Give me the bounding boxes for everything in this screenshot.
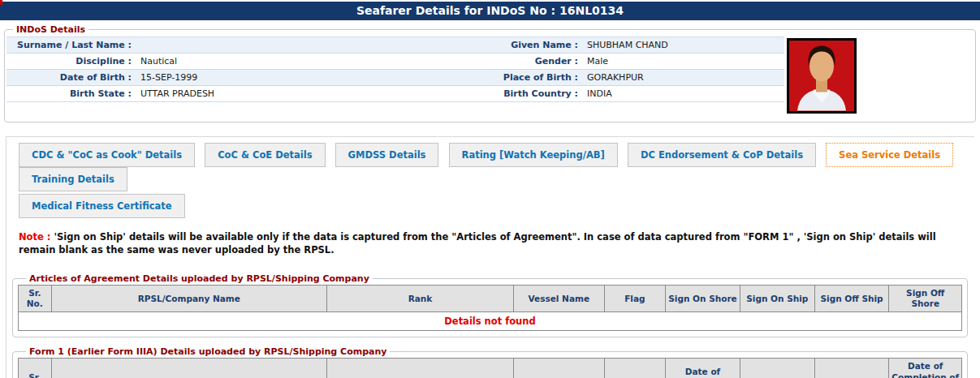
col-rpsl-company-name: RPSL/Company Name [51,359,326,378]
col-sign-off-ship: Sign Off Ship [814,286,889,312]
indos-details-grid: Surname / Last Name : Given Name : SHUBH… [6,37,784,102]
col-sign-on-ship: Sign On Ship [740,286,814,312]
details-not-found-message: Details not found [19,312,962,331]
tab-medical-fitness-certificate[interactable]: Medical Fitness Certificate [19,194,185,218]
given-name-label: Given Name : [374,37,581,53]
indos-row-birth: Date of Birth : 15-SEP-1999 Place of Bir… [6,70,784,86]
page-title: Seafarer Details for INDoS No : 16NL0134 [0,2,980,20]
form1-legend: Form 1 (Earlier Form IIIA) Details uploa… [26,346,390,357]
seafarer-photo-image [789,41,854,111]
form1-table: Sr. No. RPSL/Company Name Rank Vessel Na… [18,358,962,378]
tab-cdc-coc-as-cook[interactable]: CDC & "CoC as Cook" Details [19,143,195,167]
form1-table-header-row: Sr. No. RPSL/Company Name Rank Vessel Na… [19,359,962,378]
col-date-completion-contract: Date of Completion of Contract/Arriving … [889,359,962,378]
top-left-red-artifact [0,0,2,5]
discipline-label: Discipline : [6,54,135,69]
surname-value [135,37,374,53]
articles-table-empty-row: Details not found [19,312,962,331]
tab-coc-coe[interactable]: CoC & CoE Details [205,143,325,167]
col-sign-off-ship: Sign Off Ship [814,359,889,378]
note-label: Note : [19,231,50,243]
indos-details-legend: INDoS Details [13,24,89,35]
col-date-commencement-contract: Date of Commencement of Contract [666,359,740,378]
details-tab-panel: CDC & "CoC as Cook" Details CoC & CoE De… [6,136,974,378]
place-of-birth-value: GORAKHPUR [581,70,784,85]
indos-row-discipline: Discipline : Nautical Gender : Male [6,54,784,70]
indos-details-section: INDoS Details Surname / Last Name : Give… [4,24,976,122]
articles-table-header-row: Sr. No. RPSL/Company Name Rank Vessel Na… [19,286,962,312]
tab-gmdss[interactable]: GMDSS Details [335,143,439,167]
tab-strip-row-2: Medical Fitness Certificate [19,194,974,218]
col-rank: Rank [326,286,513,312]
indos-row-name: Surname / Last Name : Given Name : SHUBH… [6,37,784,54]
birth-country-value: INDIA [581,86,784,101]
col-sr-no: Sr. No. [19,286,52,312]
gender-value: Male [581,54,784,69]
tab-rating-watch-keeping[interactable]: Rating [Watch Keeping/AB] [449,143,618,167]
col-sign-on-ship: Sign On Ship [740,359,814,378]
tab-training-details[interactable]: Training Details [19,167,127,191]
place-of-birth-label: Place of Birth : [374,70,581,85]
tab-sea-service-details[interactable]: Sea Service Details [826,143,953,167]
note-text: 'Sign on Ship' details will be available… [19,231,936,256]
col-sign-on-shore: Sign On Shore [666,286,740,312]
gender-label: Gender : [374,54,581,69]
given-name-value: SHUBHAM CHAND [581,37,784,53]
tab-strip-row-1: CDC & "CoC as Cook" Details CoC & CoE De… [19,143,974,191]
col-rpsl-company-name: RPSL/Company Name [51,286,326,312]
col-sr-no: Sr. No. [19,359,52,378]
indos-row-state: Birth State : UTTAR PRADESH Birth Countr… [6,86,784,102]
tab-dc-endorsement-cop[interactable]: DC Endorsement & CoP Details [628,143,816,167]
articles-of-agreement-legend: Articles of Agreement Details uploaded b… [26,273,373,284]
date-of-birth-value: 15-SEP-1999 [135,70,374,85]
col-rank: Rank [326,359,513,378]
col-flag: Flag [604,359,666,378]
birth-state-value: UTTAR PRADESH [135,86,374,101]
surname-label: Surname / Last Name : [6,37,135,53]
discipline-value: Nautical [135,54,374,69]
col-sign-off-shore: Sign Off Shore [889,286,962,312]
articles-of-agreement-section: Articles of Agreement Details uploaded b… [12,273,968,337]
sign-on-ship-note: Note : 'Sign on Ship' details will be av… [19,230,966,256]
form1-section: Form 1 (Earlier Form IIIA) Details uploa… [12,346,968,378]
articles-of-agreement-table: Sr. No. RPSL/Company Name Rank Vessel Na… [18,285,962,331]
seafarer-photo [787,38,857,114]
birth-country-label: Birth Country : [374,86,581,101]
col-flag: Flag [604,286,666,312]
col-vessel-name: Vessel Name [514,286,605,312]
col-vessel-name: Vessel Name [514,359,605,378]
date-of-birth-label: Date of Birth : [6,70,135,85]
birth-state-label: Birth State : [6,86,135,101]
